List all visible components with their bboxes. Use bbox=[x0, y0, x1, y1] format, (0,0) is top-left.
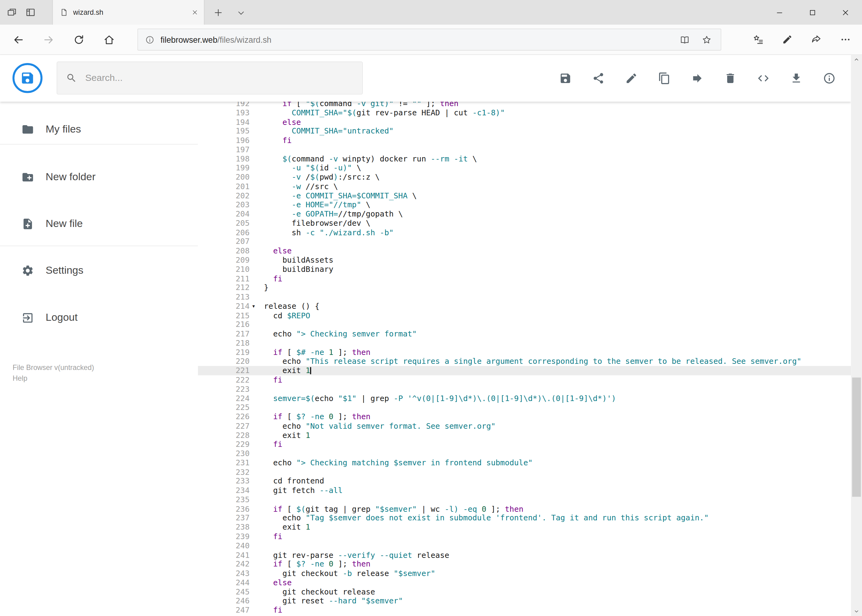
download-button[interactable] bbox=[790, 72, 803, 85]
code-line-194[interactable]: 194 else bbox=[198, 118, 851, 127]
scroll-up-button[interactable] bbox=[851, 55, 862, 64]
move-button[interactable] bbox=[691, 72, 703, 85]
sidebar-item-logout[interactable]: Logout bbox=[0, 304, 198, 331]
web-note-button[interactable] bbox=[772, 25, 802, 54]
tab-close-icon[interactable] bbox=[192, 9, 198, 16]
ellipsis-button[interactable] bbox=[830, 25, 860, 54]
code-line-239[interactable]: 239 fi bbox=[198, 532, 851, 541]
code-line-212[interactable]: 212} bbox=[198, 283, 851, 292]
code-line-219[interactable]: 219 if [ $# -ne 1 ]; then bbox=[198, 347, 851, 357]
delete-button[interactable] bbox=[724, 72, 737, 85]
maximize-button[interactable] bbox=[796, 0, 829, 25]
home-button[interactable] bbox=[94, 25, 124, 54]
back-button[interactable] bbox=[3, 25, 33, 54]
code-line-192[interactable]: 192 if [ "$(command -v git)" != "" ]; th… bbox=[198, 102, 851, 108]
code-line-226[interactable]: 226 if [ $? -ne 0 ]; then bbox=[198, 412, 851, 421]
code-line-235[interactable]: 235 bbox=[198, 495, 851, 504]
code-line-225[interactable]: 225 bbox=[198, 403, 851, 412]
scroll-down-button[interactable] bbox=[851, 607, 862, 616]
code-line-228[interactable]: 228 exit 1 bbox=[198, 431, 851, 440]
code-line-203[interactable]: 203 -e HOME="//tmp" \ bbox=[198, 200, 851, 209]
code-line-214[interactable]: 214▾release () { bbox=[198, 302, 851, 311]
code-line-245[interactable]: 245 git checkout release bbox=[198, 587, 851, 596]
code-line-217[interactable]: 217 echo "> Checking semver format" bbox=[198, 329, 851, 339]
tab-list-button[interactable] bbox=[237, 9, 245, 17]
code-line-216[interactable]: 216 bbox=[198, 320, 851, 329]
minimize-button[interactable] bbox=[763, 0, 796, 25]
code-line-201[interactable]: 201 -w //src \ bbox=[198, 182, 851, 191]
new-tab-button[interactable] bbox=[213, 8, 223, 17]
set-aside-icon[interactable] bbox=[25, 7, 36, 17]
code-line-227[interactable]: 227 echo "Not valid semver format. See s… bbox=[198, 421, 851, 431]
code-line-202[interactable]: 202 -e COMMIT_SHA=$COMMIT_SHA \ bbox=[198, 191, 851, 200]
forward-button[interactable] bbox=[33, 25, 64, 54]
code-line-224[interactable]: 224 semver=$(echo "$1" | grep -P '^v(0|[… bbox=[198, 394, 851, 403]
code-line-196[interactable]: 196 fi bbox=[198, 136, 851, 145]
code-line-241[interactable]: 241 git rev-parse --verify --quiet relea… bbox=[198, 550, 851, 560]
code-line-231[interactable]: 231 echo "> Checking matching $semver in… bbox=[198, 458, 851, 467]
tab-preview-icon[interactable] bbox=[6, 7, 17, 17]
code-line-221[interactable]: 221 exit 1 bbox=[198, 366, 851, 375]
code-line-210[interactable]: 210 buildBinary bbox=[198, 265, 851, 274]
code-line-206[interactable]: 206 sh -c "./wizard.sh -b" bbox=[198, 228, 851, 237]
fold-marker-icon[interactable]: ▾ bbox=[252, 302, 255, 311]
code-line-238[interactable]: 238 exit 1 bbox=[198, 523, 851, 532]
refresh-button[interactable] bbox=[64, 25, 94, 54]
code-line-243[interactable]: 243 git checkout -b release "$semver" bbox=[198, 569, 851, 578]
code-line-237[interactable]: 237 echo "Tag $semver does not exist in … bbox=[198, 514, 851, 523]
code-line-220[interactable]: 220 echo "This release script requires a… bbox=[198, 357, 851, 366]
code-line-240[interactable]: 240 bbox=[198, 541, 851, 550]
code-line-233[interactable]: 233 cd frontend bbox=[198, 477, 851, 486]
code-line-205[interactable]: 205 filebrowser/dev \ bbox=[198, 218, 851, 228]
share-arrow-button[interactable] bbox=[801, 25, 830, 54]
info-button[interactable] bbox=[823, 72, 835, 85]
page-scrollbar[interactable] bbox=[851, 55, 862, 616]
edit-button[interactable] bbox=[625, 72, 638, 85]
address-bar[interactable]: filebrowser.web/files/wizard.sh bbox=[137, 28, 721, 50]
code-line-211[interactable]: 211 fi bbox=[198, 274, 851, 283]
share-button[interactable] bbox=[592, 72, 605, 85]
code-line-230[interactable]: 230 bbox=[198, 449, 851, 458]
close-button[interactable] bbox=[829, 0, 862, 25]
hub-button[interactable] bbox=[743, 25, 772, 54]
code-line-246[interactable]: 246 git reset --hard "$semver" bbox=[198, 596, 851, 605]
reading-view-button[interactable] bbox=[673, 30, 695, 49]
sidebar-item-my-files[interactable]: My files bbox=[0, 115, 198, 143]
sidebar-item-settings[interactable]: Settings bbox=[0, 256, 198, 284]
code-line-236[interactable]: 236 if [ $(git tag | grep "$semver" | wc… bbox=[198, 504, 851, 514]
code-line-193[interactable]: 193 COMMIT_SHA="$(git rev-parse HEAD | c… bbox=[198, 108, 851, 118]
code-line-208[interactable]: 208 else bbox=[198, 246, 851, 256]
search-box[interactable] bbox=[57, 61, 363, 94]
code-line-209[interactable]: 209 buildAssets bbox=[198, 256, 851, 265]
copy-button[interactable] bbox=[658, 72, 671, 85]
save-button[interactable] bbox=[559, 72, 572, 85]
code-line-195[interactable]: 195 COMMIT_SHA="untracked" bbox=[198, 126, 851, 136]
help-link[interactable]: Help bbox=[13, 374, 27, 383]
scroll-thumb[interactable] bbox=[852, 378, 861, 497]
code-line-204[interactable]: 204 -e GOPATH=//tmp/gopath \ bbox=[198, 209, 851, 218]
favorite-star-button[interactable] bbox=[695, 30, 717, 49]
code-button[interactable] bbox=[757, 72, 770, 85]
filebrowser-logo-icon[interactable] bbox=[12, 63, 43, 93]
code-line-242[interactable]: 242 if [ $? -ne 0 ]; then bbox=[198, 559, 851, 569]
code-line-200[interactable]: 200 -v /$(pwd):/src:z \ bbox=[198, 173, 851, 182]
code-line-215[interactable]: 215 cd $REPO bbox=[198, 311, 851, 320]
code-line-223[interactable]: 223 bbox=[198, 384, 851, 394]
browser-tab[interactable]: wizard.sh bbox=[52, 0, 205, 25]
code-line-197[interactable]: 197 bbox=[198, 145, 851, 154]
code-line-247[interactable]: 247 fi bbox=[198, 605, 851, 615]
code-line-222[interactable]: 222 fi bbox=[198, 375, 851, 384]
code-line-232[interactable]: 232 bbox=[198, 467, 851, 477]
code-line-229[interactable]: 229 fi bbox=[198, 440, 851, 449]
code-line-234[interactable]: 234 git fetch --all bbox=[198, 486, 851, 495]
sidebar-item-new-folder[interactable]: New folder bbox=[0, 163, 198, 191]
code-line-198[interactable]: 198 $(command -v winpty) docker run --rm… bbox=[198, 154, 851, 163]
code-line-207[interactable]: 207 bbox=[198, 237, 851, 246]
code-line-213[interactable]: 213 bbox=[198, 292, 851, 302]
code-editor[interactable]: 192 if [ "$(command -v git)" != "" ]; th… bbox=[198, 102, 851, 616]
code-line-244[interactable]: 244 else bbox=[198, 578, 851, 587]
site-info-icon[interactable] bbox=[145, 35, 154, 44]
search-input[interactable] bbox=[85, 72, 354, 84]
sidebar-item-new-file[interactable]: New file bbox=[0, 210, 198, 237]
code-line-199[interactable]: 199 -u "$(id -u)" \ bbox=[198, 163, 851, 173]
